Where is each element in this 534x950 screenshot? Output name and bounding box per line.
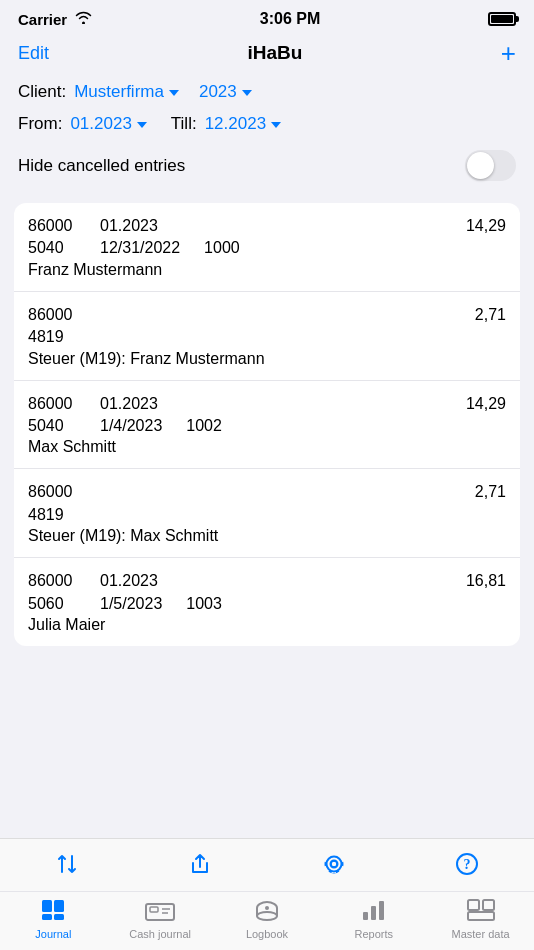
- entry-amount: 2,71: [475, 481, 506, 503]
- client-filter-row: Client: Musterfirma 2023: [0, 76, 534, 108]
- tab-journal[interactable]: Journal: [13, 898, 93, 940]
- logbook-tab-icon: [252, 898, 282, 926]
- entry-line1: 8600001.2023 16,81: [28, 570, 506, 592]
- entry-date2: 1/5/2023: [100, 593, 162, 615]
- entry-name: Franz Mustermann: [28, 261, 506, 279]
- entry-account2: 5060: [28, 593, 76, 615]
- entry-date1: 01.2023: [100, 570, 158, 592]
- tab-master-data[interactable]: Master data: [441, 898, 521, 940]
- settings-button[interactable]: [305, 847, 363, 887]
- master-data-tab-icon: [466, 898, 496, 926]
- entry-name: Max Schmitt: [28, 438, 506, 456]
- entry-account1: 86000: [28, 393, 76, 415]
- year-selector[interactable]: 2023: [199, 82, 252, 102]
- svg-rect-6: [54, 900, 64, 912]
- cash-journal-tab-icon: [144, 900, 176, 926]
- from-chevron-icon: [137, 122, 147, 128]
- entry-date2: 1/4/2023: [100, 415, 162, 437]
- svg-rect-5: [42, 900, 52, 912]
- entry-row[interactable]: 8600001.2023 14,29 504012/31/20221000 Fr…: [14, 203, 520, 292]
- svg-rect-17: [363, 912, 368, 920]
- bottom-toolbar: ? Journal: [0, 838, 534, 950]
- svg-rect-7: [42, 914, 52, 920]
- entry-account2: 5040: [28, 415, 76, 437]
- share-icon: [187, 851, 213, 877]
- status-bar: Carrier 3:06 PM: [0, 0, 534, 34]
- svg-rect-20: [468, 900, 479, 910]
- entry-row[interactable]: 86000 2,71 4819 Steuer (M19): Franz Must…: [14, 292, 520, 381]
- reports-tab-label: Reports: [355, 928, 394, 940]
- entry-line2: 4819: [28, 326, 506, 348]
- till-chevron-icon: [271, 122, 281, 128]
- year-chevron-icon: [242, 90, 252, 96]
- client-selector[interactable]: Musterfirma: [74, 82, 179, 102]
- entry-ref: 1003: [186, 593, 226, 615]
- logbook-tab-label: Logbook: [246, 928, 288, 940]
- till-label: Till:: [171, 114, 197, 134]
- entry-amount: 14,29: [466, 393, 506, 415]
- entry-amount: 2,71: [475, 304, 506, 326]
- entry-account1: 86000: [28, 215, 76, 237]
- entries-card: 8600001.2023 14,29 504012/31/20221000 Fr…: [14, 203, 520, 646]
- entry-line1: 8600001.2023 14,29: [28, 215, 506, 237]
- svg-rect-10: [150, 907, 158, 912]
- tab-cash-journal[interactable]: Cash journal: [120, 900, 200, 940]
- app-title: iHaBu: [247, 42, 302, 64]
- svg-point-13: [257, 912, 277, 920]
- from-label: From:: [18, 114, 62, 134]
- master-data-tab-label: Master data: [452, 928, 510, 940]
- help-button[interactable]: ?: [438, 847, 496, 887]
- entry-row[interactable]: 8600001.2023 14,29 50401/4/20231002 Max …: [14, 381, 520, 470]
- tab-reports[interactable]: Reports: [334, 898, 414, 940]
- entry-line1: 86000 2,71: [28, 304, 506, 326]
- battery-icon: [488, 12, 516, 26]
- carrier-label: Carrier: [18, 11, 67, 28]
- entry-account2: 4819: [28, 504, 76, 526]
- entry-account1: 86000: [28, 304, 76, 326]
- tab-bar: Journal Cash journal: [0, 892, 534, 950]
- svg-rect-21: [483, 900, 494, 910]
- sort-button[interactable]: [38, 847, 96, 887]
- entry-row[interactable]: 86000 2,71 4819 Steuer (M19): Max Schmit…: [14, 469, 520, 558]
- svg-rect-19: [379, 901, 384, 920]
- entry-date2: 12/31/2022: [100, 237, 180, 259]
- svg-rect-22: [468, 912, 494, 920]
- entry-line2: 504012/31/20221000: [28, 237, 506, 259]
- svg-text:?: ?: [464, 857, 471, 872]
- entry-name: Steuer (M19): Max Schmitt: [28, 527, 506, 545]
- hide-cancelled-label: Hide cancelled entries: [18, 156, 185, 176]
- fromtill-row: From: 01.2023 Till: 12.2023: [0, 108, 534, 140]
- reports-tab-icon: [360, 898, 388, 926]
- entry-amount: 14,29: [466, 215, 506, 237]
- client-chevron-icon: [169, 90, 179, 96]
- svg-point-2: [331, 861, 337, 867]
- entry-row[interactable]: 8600001.2023 16,81 50601/5/20231003 Juli…: [14, 558, 520, 646]
- journal-tab-label: Journal: [35, 928, 71, 940]
- svg-rect-18: [371, 906, 376, 920]
- svg-rect-8: [54, 914, 64, 920]
- tab-logbook[interactable]: Logbook: [227, 898, 307, 940]
- entry-line1: 8600001.2023 14,29: [28, 393, 506, 415]
- entry-name: Steuer (M19): Franz Mustermann: [28, 350, 506, 368]
- add-button[interactable]: +: [501, 40, 516, 66]
- time-label: 3:06 PM: [260, 10, 320, 28]
- entry-line2: 4819: [28, 504, 506, 526]
- journal-tab-icon: [39, 898, 67, 926]
- till-selector[interactable]: 12.2023: [205, 114, 281, 134]
- from-selector[interactable]: 01.2023: [70, 114, 146, 134]
- entry-ref: 1002: [186, 415, 226, 437]
- navbar: Edit iHaBu +: [0, 34, 534, 76]
- hide-cancelled-toggle[interactable]: [465, 150, 516, 181]
- sort-icon: [54, 851, 80, 877]
- entry-amount: 16,81: [466, 570, 506, 592]
- svg-point-16: [265, 906, 269, 910]
- gear-icon: [321, 851, 347, 877]
- edit-button[interactable]: Edit: [18, 43, 49, 64]
- entry-account1: 86000: [28, 570, 76, 592]
- help-icon: ?: [454, 851, 480, 877]
- cash-journal-tab-label: Cash journal: [129, 928, 191, 940]
- entry-account1: 86000: [28, 481, 76, 503]
- entry-date1: 01.2023: [100, 215, 158, 237]
- share-button[interactable]: [171, 847, 229, 887]
- action-toolbar: ?: [0, 839, 534, 892]
